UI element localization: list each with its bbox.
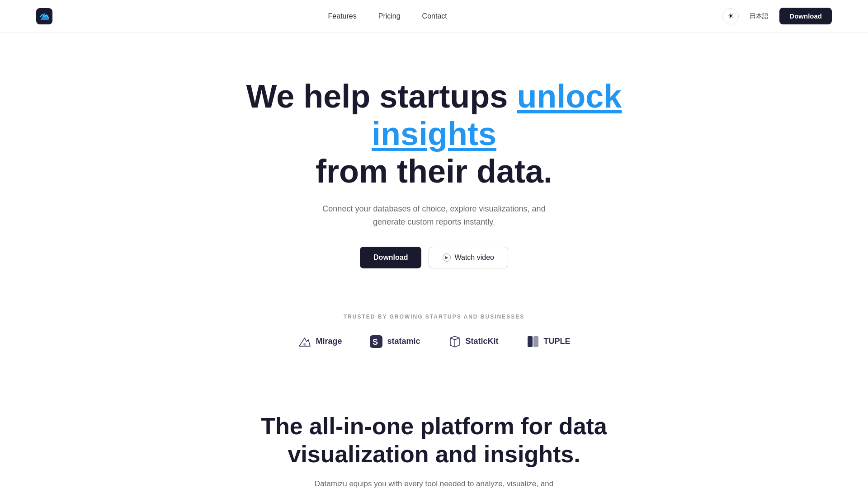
svg-text:S: S xyxy=(373,338,378,347)
hero-headline: We help startups unlock insights from th… xyxy=(231,78,637,190)
hero-watch-button[interactable]: ▶ Watch video xyxy=(429,247,508,268)
nav-contact[interactable]: Contact xyxy=(422,12,447,20)
nav-pricing[interactable]: Pricing xyxy=(378,12,401,20)
theme-toggle-button[interactable]: ☀ xyxy=(722,8,739,24)
svg-rect-4 xyxy=(528,336,533,347)
features-heading: The all-in-one platform for data visuali… xyxy=(231,412,637,469)
mirage-icon xyxy=(297,334,312,349)
hero-headline-prefix: We help startups xyxy=(246,78,517,114)
logo-icon xyxy=(36,8,52,24)
nav-features[interactable]: Features xyxy=(328,12,357,20)
trusted-label: TRUSTED BY GROWING STARTUPS AND BUSINESS… xyxy=(344,314,524,320)
hero-watch-label: Watch video xyxy=(454,253,494,262)
nav-links: Features Pricing Contact xyxy=(328,12,447,20)
nav-right: ☀ 日本語 Download xyxy=(722,8,832,24)
logo-statickit: StaticKit xyxy=(448,334,499,349)
trusted-logos: Mirage S statamic StaticKit TU xyxy=(297,334,570,349)
sun-icon: ☀ xyxy=(727,12,734,20)
logo-statamic: S statamic xyxy=(369,334,420,349)
language-button[interactable]: 日本語 xyxy=(746,10,772,22)
statamic-icon: S xyxy=(369,334,383,349)
logo-mirage: Mirage xyxy=(297,334,342,349)
play-icon: ▶ xyxy=(443,253,451,262)
trusted-section: TRUSTED BY GROWING STARTUPS AND BUSINESS… xyxy=(0,296,868,376)
tuple-icon xyxy=(526,334,540,349)
navbar: Features Pricing Contact ☀ 日本語 Download xyxy=(0,0,868,33)
brand-logo[interactable] xyxy=(36,8,52,24)
logo-tuple: TUPLE xyxy=(526,334,571,349)
hero-download-button[interactable]: Download xyxy=(360,247,421,268)
hero-headline-suffix: from their data. xyxy=(316,153,552,189)
hero-section: We help startups unlock insights from th… xyxy=(0,33,868,296)
features-section: The all-in-one platform for data visuali… xyxy=(0,376,868,488)
features-subtitle: Datamizu equips you with every tool need… xyxy=(307,478,561,488)
nav-download-button[interactable]: Download xyxy=(779,8,832,24)
hero-buttons: Download ▶ Watch video xyxy=(360,247,508,268)
hero-subtitle: Connect your databases of choice, explor… xyxy=(307,202,561,229)
svg-rect-5 xyxy=(533,336,538,347)
statickit-icon xyxy=(448,334,462,349)
svg-point-1 xyxy=(303,343,306,346)
